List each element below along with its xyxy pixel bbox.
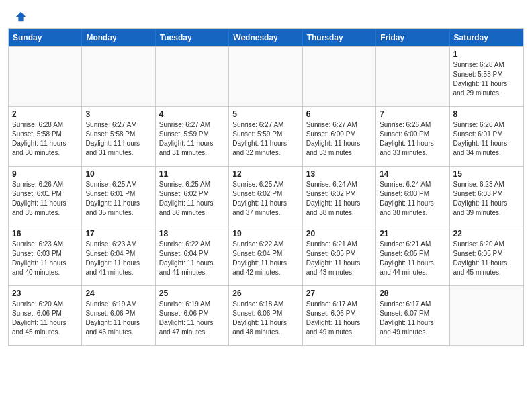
header [0, 0, 532, 28]
day-number: 9 [12, 169, 78, 179]
day-cell-3: 3Sunrise: 6:27 AMSunset: 5:58 PMDaylight… [82, 107, 155, 166]
day-cell-2: 2Sunrise: 6:28 AMSunset: 5:58 PMDaylight… [9, 107, 82, 166]
day-info: Sunrise: 6:20 AMSunset: 6:05 PMDaylight:… [453, 240, 520, 277]
day-number: 24 [85, 289, 151, 298]
day-number: 20 [306, 229, 372, 238]
day-cell-6: 6Sunrise: 6:27 AMSunset: 6:00 PMDaylight… [303, 107, 376, 166]
weekday-header-wednesday: Wednesday [229, 29, 302, 46]
day-cell-27: 27Sunrise: 6:17 AMSunset: 6:06 PMDayligh… [303, 286, 376, 345]
day-cell-5: 5Sunrise: 6:27 AMSunset: 5:59 PMDaylight… [229, 107, 302, 166]
day-cell-9: 9Sunrise: 6:26 AMSunset: 6:01 PMDaylight… [9, 167, 82, 226]
day-number: 2 [12, 109, 78, 119]
day-number: 18 [159, 229, 225, 238]
empty-cell [450, 286, 523, 345]
calendar-week-4: 16Sunrise: 6:23 AMSunset: 6:03 PMDayligh… [9, 226, 523, 285]
weekday-header-saturday: Saturday [450, 29, 523, 46]
day-number: 5 [232, 109, 298, 119]
day-number: 17 [85, 229, 151, 238]
day-cell-26: 26Sunrise: 6:18 AMSunset: 6:06 PMDayligh… [229, 286, 302, 345]
day-cell-19: 19Sunrise: 6:22 AMSunset: 6:04 PMDayligh… [229, 226, 302, 285]
day-number: 8 [453, 109, 520, 119]
calendar-header: SundayMondayTuesdayWednesdayThursdayFrid… [9, 29, 523, 46]
day-cell-10: 10Sunrise: 6:25 AMSunset: 6:01 PMDayligh… [82, 167, 155, 226]
day-cell-4: 4Sunrise: 6:27 AMSunset: 5:59 PMDaylight… [156, 107, 229, 166]
day-info: Sunrise: 6:20 AMSunset: 6:06 PMDaylight:… [12, 300, 78, 337]
day-info: Sunrise: 6:25 AMSunset: 6:02 PMDaylight:… [232, 180, 298, 218]
day-cell-18: 18Sunrise: 6:22 AMSunset: 6:04 PMDayligh… [156, 226, 229, 285]
day-info: Sunrise: 6:24 AMSunset: 6:02 PMDaylight:… [306, 180, 372, 218]
day-number: 25 [159, 289, 225, 298]
day-info: Sunrise: 6:27 AMSunset: 6:00 PMDaylight:… [306, 120, 372, 158]
day-info: Sunrise: 6:21 AMSunset: 6:05 PMDaylight:… [306, 240, 372, 277]
day-number: 4 [159, 109, 225, 119]
day-info: Sunrise: 6:27 AMSunset: 5:58 PMDaylight:… [85, 120, 151, 158]
day-info: Sunrise: 6:21 AMSunset: 6:05 PMDaylight:… [380, 240, 445, 277]
day-number: 15 [453, 169, 520, 179]
day-info: Sunrise: 6:17 AMSunset: 6:07 PMDaylight:… [380, 300, 445, 337]
day-info: Sunrise: 6:23 AMSunset: 6:04 PMDaylight:… [85, 240, 151, 277]
day-cell-7: 7Sunrise: 6:26 AMSunset: 6:00 PMDaylight… [376, 107, 449, 166]
day-cell-11: 11Sunrise: 6:25 AMSunset: 6:02 PMDayligh… [156, 167, 229, 226]
day-cell-13: 13Sunrise: 6:24 AMSunset: 6:02 PMDayligh… [303, 167, 376, 226]
day-number: 16 [12, 229, 78, 238]
weekday-header-sunday: Sunday [9, 29, 82, 46]
empty-cell [303, 47, 376, 106]
empty-cell [229, 47, 302, 106]
day-info: Sunrise: 6:18 AMSunset: 6:06 PMDaylight:… [232, 300, 298, 337]
day-cell-14: 14Sunrise: 6:24 AMSunset: 6:03 PMDayligh… [376, 167, 449, 226]
day-info: Sunrise: 6:22 AMSunset: 6:04 PMDaylight:… [159, 240, 225, 277]
day-number: 7 [380, 109, 445, 119]
day-info: Sunrise: 6:22 AMSunset: 6:04 PMDaylight:… [232, 240, 298, 277]
day-cell-15: 15Sunrise: 6:23 AMSunset: 6:03 PMDayligh… [450, 167, 523, 226]
day-number: 3 [85, 109, 151, 119]
weekday-header-tuesday: Tuesday [156, 29, 229, 46]
day-info: Sunrise: 6:17 AMSunset: 6:06 PMDaylight:… [306, 300, 372, 337]
calendar-week-5: 23Sunrise: 6:20 AMSunset: 6:06 PMDayligh… [9, 285, 523, 345]
day-info: Sunrise: 6:25 AMSunset: 6:01 PMDaylight:… [85, 180, 151, 218]
day-number: 11 [159, 169, 225, 179]
day-cell-1: 1Sunrise: 6:28 AMSunset: 5:58 PMDaylight… [450, 47, 523, 106]
day-number: 14 [380, 169, 445, 179]
day-info: Sunrise: 6:26 AMSunset: 6:01 PMDaylight:… [453, 120, 520, 158]
day-cell-17: 17Sunrise: 6:23 AMSunset: 6:04 PMDayligh… [82, 226, 155, 285]
calendar-week-3: 9Sunrise: 6:26 AMSunset: 6:01 PMDaylight… [9, 166, 523, 226]
calendar-container: SundayMondayTuesdayWednesdayThursdayFrid… [8, 28, 524, 346]
weekday-header-thursday: Thursday [303, 29, 376, 46]
day-cell-21: 21Sunrise: 6:21 AMSunset: 6:05 PMDayligh… [376, 226, 449, 285]
day-info: Sunrise: 6:28 AMSunset: 5:58 PMDaylight:… [453, 60, 520, 98]
day-number: 22 [453, 229, 520, 238]
empty-cell [9, 47, 82, 106]
day-cell-28: 28Sunrise: 6:17 AMSunset: 6:07 PMDayligh… [376, 286, 449, 345]
calendar-page: SundayMondayTuesdayWednesdayThursdayFrid… [0, 0, 532, 411]
day-number: 13 [306, 169, 372, 179]
day-cell-12: 12Sunrise: 6:25 AMSunset: 6:02 PMDayligh… [229, 167, 302, 226]
day-info: Sunrise: 6:19 AMSunset: 6:06 PMDaylight:… [159, 300, 225, 337]
day-info: Sunrise: 6:25 AMSunset: 6:02 PMDaylight:… [159, 180, 225, 218]
day-number: 19 [232, 229, 298, 238]
logo [13, 11, 27, 23]
day-number: 10 [85, 169, 151, 179]
calendar-week-1: 1Sunrise: 6:28 AMSunset: 5:58 PMDaylight… [9, 46, 523, 106]
day-cell-20: 20Sunrise: 6:21 AMSunset: 6:05 PMDayligh… [303, 226, 376, 285]
logo-icon [15, 11, 27, 23]
day-number: 27 [306, 289, 372, 298]
day-number: 1 [453, 50, 520, 59]
day-info: Sunrise: 6:24 AMSunset: 6:03 PMDaylight:… [380, 180, 445, 218]
day-info: Sunrise: 6:28 AMSunset: 5:58 PMDaylight:… [12, 120, 78, 158]
day-cell-24: 24Sunrise: 6:19 AMSunset: 6:06 PMDayligh… [82, 286, 155, 345]
day-info: Sunrise: 6:27 AMSunset: 5:59 PMDaylight:… [159, 120, 225, 158]
day-cell-25: 25Sunrise: 6:19 AMSunset: 6:06 PMDayligh… [156, 286, 229, 345]
day-info: Sunrise: 6:26 AMSunset: 6:00 PMDaylight:… [380, 120, 445, 158]
day-number: 21 [380, 229, 445, 238]
day-info: Sunrise: 6:27 AMSunset: 5:59 PMDaylight:… [232, 120, 298, 158]
day-cell-16: 16Sunrise: 6:23 AMSunset: 6:03 PMDayligh… [9, 226, 82, 285]
day-cell-22: 22Sunrise: 6:20 AMSunset: 6:05 PMDayligh… [450, 226, 523, 285]
calendar-week-2: 2Sunrise: 6:28 AMSunset: 5:58 PMDaylight… [9, 106, 523, 166]
empty-cell [156, 47, 229, 106]
day-number: 23 [12, 289, 78, 298]
weekday-header-friday: Friday [376, 29, 449, 46]
empty-cell [376, 47, 449, 106]
day-info: Sunrise: 6:23 AMSunset: 6:03 PMDaylight:… [12, 240, 78, 277]
day-cell-8: 8Sunrise: 6:26 AMSunset: 6:01 PMDaylight… [450, 107, 523, 166]
day-number: 12 [232, 169, 298, 179]
